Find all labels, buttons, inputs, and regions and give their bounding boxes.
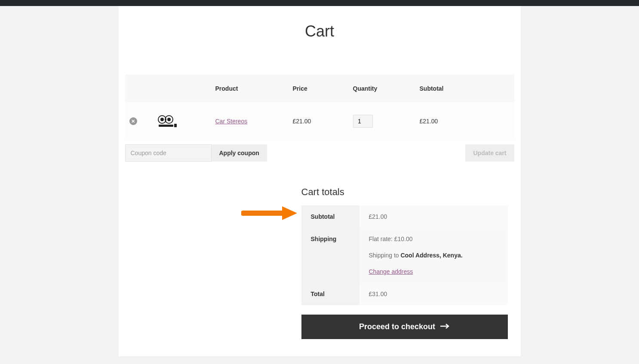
- totals-table: Subtotal £21.00 Shipping Flat rate: £10.…: [301, 205, 508, 305]
- svg-point-3: [167, 118, 171, 121]
- total-value: £31.00: [359, 283, 508, 305]
- svg-point-1: [160, 118, 164, 121]
- svg-marker-7: [282, 206, 297, 220]
- shipping-rate: Flat rate: £10.00: [369, 236, 498, 242]
- col-quantity: Quantity: [349, 75, 415, 102]
- cart-totals-section: Cart totals Subtotal £21.00 Shipping Fla…: [301, 187, 508, 339]
- table-row: ✕ Car: [125, 102, 514, 140]
- quantity-input[interactable]: [353, 115, 373, 128]
- cart-totals-title: Cart totals: [301, 187, 508, 198]
- page-title: Cart: [119, 6, 521, 75]
- admin-top-bar: [0, 0, 639, 6]
- product-link[interactable]: Car Stereos: [215, 118, 248, 125]
- shipping-label: Shipping: [301, 228, 359, 283]
- remove-item-button[interactable]: ✕: [129, 117, 137, 125]
- change-address-link[interactable]: Change address: [369, 268, 413, 275]
- svg-rect-5: [174, 124, 177, 127]
- shipping-destination: Shipping to Cool Address, Kenya.: [369, 252, 498, 259]
- shipping-to-prefix: Shipping to: [369, 252, 401, 259]
- update-cart-button[interactable]: Update cart: [465, 144, 514, 162]
- arrow-right-icon: [440, 322, 450, 331]
- checkout-button-label: Proceed to checkout: [359, 322, 435, 331]
- cart-table: Product Price Quantity Subtotal ✕: [125, 75, 514, 140]
- coupon-code-input[interactable]: [125, 144, 212, 162]
- close-icon: ✕: [131, 119, 135, 124]
- col-thumbnail: [151, 75, 211, 102]
- subtotal-value: £21.00: [359, 205, 508, 228]
- item-subtotal: £21.00: [415, 102, 514, 140]
- shipping-destination-value: Cool Address, Kenya.: [400, 252, 462, 259]
- apply-coupon-button[interactable]: Apply coupon: [212, 144, 267, 162]
- item-price: £21.00: [289, 102, 349, 140]
- col-subtotal: Subtotal: [415, 75, 514, 102]
- col-product: Product: [211, 75, 289, 102]
- col-price: Price: [289, 75, 349, 102]
- total-label: Total: [301, 283, 359, 305]
- annotation-arrow-icon: [241, 205, 297, 222]
- page-container: Cart Product Price Quantity Subtotal ✕: [119, 6, 521, 356]
- svg-rect-4: [159, 125, 173, 127]
- proceed-to-checkout-button[interactable]: Proceed to checkout: [301, 315, 508, 339]
- cart-actions: Apply coupon Update cart: [125, 144, 514, 162]
- col-remove: [125, 75, 151, 102]
- subtotal-label: Subtotal: [301, 205, 359, 228]
- product-thumbnail[interactable]: [155, 113, 179, 130]
